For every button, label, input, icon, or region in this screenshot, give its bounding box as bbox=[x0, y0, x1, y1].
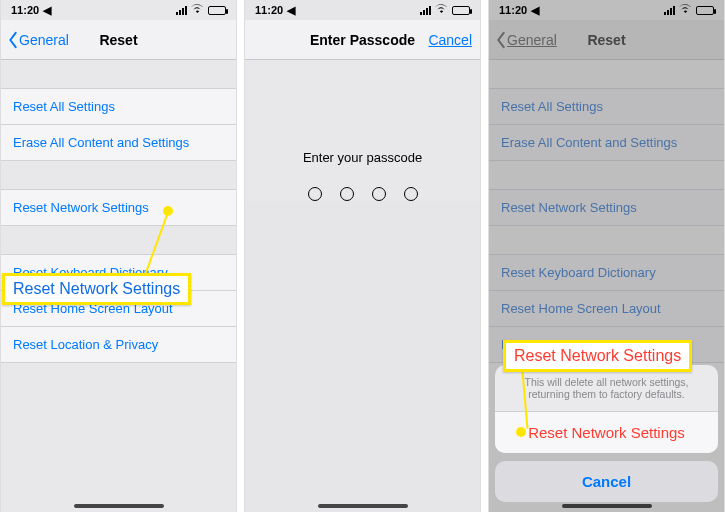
row-reset-network-settings[interactable]: Reset Network Settings bbox=[1, 189, 236, 226]
highlight-dot bbox=[516, 427, 526, 437]
status-time: 11:20 bbox=[11, 4, 39, 16]
navbar: General Reset bbox=[489, 20, 724, 60]
page-title: Reset bbox=[99, 32, 137, 48]
row-reset-keyboard-dictionary[interactable]: Reset Keyboard Dictionary bbox=[489, 254, 724, 291]
location-icon: ◀ bbox=[43, 4, 51, 17]
back-button[interactable]: General bbox=[7, 31, 69, 49]
row-reset-home-screen-layout[interactable]: Reset Home Screen Layout bbox=[489, 291, 724, 327]
row-reset-all-settings[interactable]: Reset All Settings bbox=[1, 88, 236, 125]
action-sheet: This will delete all network settings, r… bbox=[495, 365, 718, 502]
row-reset-network-settings[interactable]: Reset Network Settings bbox=[489, 189, 724, 226]
confirm-reset-network-button[interactable]: Reset Network Settings bbox=[495, 412, 718, 453]
status-bar: 11:20 ◀ bbox=[489, 0, 724, 20]
home-indicator[interactable] bbox=[562, 504, 652, 508]
row-erase-all-content[interactable]: Erase All Content and Settings bbox=[1, 125, 236, 161]
location-icon: ◀ bbox=[531, 4, 539, 17]
passcode-dot bbox=[340, 187, 354, 201]
row-erase-all-content[interactable]: Erase All Content and Settings bbox=[489, 125, 724, 161]
home-indicator[interactable] bbox=[318, 504, 408, 508]
passcode-dot bbox=[308, 187, 322, 201]
screen-reset-confirm: 11:20 ◀ General Reset Reset All Settings… bbox=[488, 0, 725, 512]
wifi-icon bbox=[679, 4, 692, 16]
status-bar: 11:20 ◀ bbox=[1, 0, 236, 20]
sheet-cancel-button[interactable]: Cancel bbox=[495, 461, 718, 502]
highlight-callout: Reset Network Settings bbox=[503, 340, 692, 372]
passcode-dot bbox=[372, 187, 386, 201]
signal-icon bbox=[420, 6, 431, 15]
status-time: 11:20 bbox=[499, 4, 527, 16]
battery-icon bbox=[696, 6, 714, 15]
signal-icon bbox=[176, 6, 187, 15]
page-title: Enter Passcode bbox=[310, 32, 415, 48]
cancel-button[interactable]: Cancel bbox=[428, 32, 472, 48]
signal-icon bbox=[664, 6, 675, 15]
navbar: Enter Passcode Cancel bbox=[245, 20, 480, 60]
back-label: General bbox=[507, 32, 557, 48]
sheet-message: This will delete all network settings, r… bbox=[495, 365, 718, 412]
passcode-dots[interactable] bbox=[245, 187, 480, 201]
location-icon: ◀ bbox=[287, 4, 295, 17]
page-title: Reset bbox=[587, 32, 625, 48]
battery-icon bbox=[208, 6, 226, 15]
home-indicator[interactable] bbox=[74, 504, 164, 508]
row-reset-all-settings[interactable]: Reset All Settings bbox=[489, 88, 724, 125]
status-bar: 11:20 ◀ bbox=[245, 0, 480, 20]
status-time: 11:20 bbox=[255, 4, 283, 16]
back-button[interactable]: General bbox=[495, 31, 557, 49]
back-label: General bbox=[19, 32, 69, 48]
navbar: General Reset bbox=[1, 20, 236, 60]
battery-icon bbox=[452, 6, 470, 15]
passcode-prompt: Enter your passcode bbox=[245, 150, 480, 165]
screen-reset-list: 11:20 ◀ General Reset Reset All Settings… bbox=[0, 0, 237, 512]
wifi-icon bbox=[191, 4, 204, 16]
highlight-callout: Reset Network Settings bbox=[2, 273, 191, 305]
wifi-icon bbox=[435, 4, 448, 16]
passcode-area: Enter your passcode bbox=[245, 60, 480, 201]
row-reset-location-privacy[interactable]: Reset Location & Privacy bbox=[1, 327, 236, 363]
screen-enter-passcode: 11:20 ◀ Enter Passcode Cancel Enter your… bbox=[244, 0, 481, 512]
passcode-dot bbox=[404, 187, 418, 201]
